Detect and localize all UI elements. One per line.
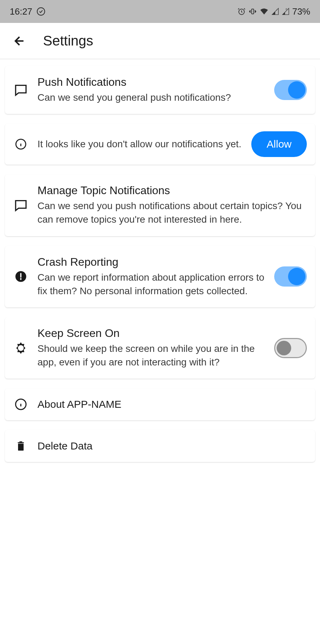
- notification-prompt-text: It looks like you don't allow our notifi…: [37, 137, 242, 151]
- topic-notifications-title: Manage Topic Notifications: [37, 184, 307, 197]
- keep-screen-on-title: Keep Screen On: [37, 327, 265, 340]
- back-button[interactable]: [12, 34, 26, 48]
- crash-reporting-toggle[interactable]: [274, 266, 307, 287]
- brightness-icon: [13, 341, 28, 355]
- push-notifications-toggle[interactable]: [274, 80, 307, 100]
- crash-reporting-card[interactable]: Crash Reporting Can we report informatio…: [5, 246, 315, 307]
- error-icon: [13, 271, 28, 282]
- keep-screen-on-toggle[interactable]: [274, 338, 307, 358]
- status-battery: 73%: [292, 6, 310, 17]
- status-left: 16:27: [10, 6, 45, 17]
- svg-point-7: [18, 345, 24, 351]
- about-card[interactable]: About APP-NAME: [5, 388, 315, 420]
- settings-content: Push Notifications Can we send you gener…: [0, 59, 320, 479]
- chat-icon: [13, 83, 28, 97]
- signal-icon-2: R: [282, 8, 289, 15]
- allow-button[interactable]: Allow: [251, 131, 307, 157]
- chat-icon: [13, 198, 28, 212]
- delete-data-title: Delete Data: [37, 440, 307, 452]
- checkmark-circle-icon: [36, 7, 45, 16]
- push-notifications-subtitle: Can we send you general push notificatio…: [37, 91, 265, 104]
- info-icon: [13, 398, 28, 411]
- about-title: About APP-NAME: [37, 398, 307, 410]
- svg-point-0: [37, 8, 45, 15]
- vibrate-icon: [249, 7, 257, 16]
- crash-reporting-title: Crash Reporting: [37, 256, 265, 269]
- crash-reporting-subtitle: Can we report information about applicat…: [37, 271, 265, 298]
- signal-icon-1: !: [271, 8, 279, 15]
- trash-icon: [13, 440, 28, 452]
- topic-notifications-card[interactable]: Manage Topic Notifications Can we send y…: [5, 174, 315, 236]
- app-header: Settings: [0, 23, 320, 59]
- svg-text:R: R: [286, 8, 287, 10]
- alarm-icon: [237, 7, 246, 16]
- keep-screen-on-subtitle: Should we keep the screen on while you a…: [37, 342, 265, 369]
- svg-rect-2: [252, 9, 254, 14]
- wifi-icon: [260, 7, 269, 16]
- page-title: Settings: [43, 33, 93, 49]
- svg-rect-9: [19, 441, 22, 443]
- status-bar: 16:27: [0, 0, 320, 23]
- status-time: 16:27: [10, 6, 32, 17]
- push-notifications-card[interactable]: Push Notifications Can we send you gener…: [5, 66, 315, 114]
- push-notifications-title: Push Notifications: [37, 76, 265, 89]
- topic-notifications-subtitle: Can we send you push notifications about…: [37, 199, 307, 226]
- status-right: ! R 73%: [237, 6, 310, 17]
- svg-text:!: !: [277, 8, 277, 11]
- info-icon: [13, 138, 28, 150]
- notification-prompt-card: It looks like you don't allow our notifi…: [5, 124, 315, 165]
- delete-data-card[interactable]: Delete Data: [5, 430, 315, 462]
- keep-screen-on-card[interactable]: Keep Screen On Should we keep the screen…: [5, 317, 315, 379]
